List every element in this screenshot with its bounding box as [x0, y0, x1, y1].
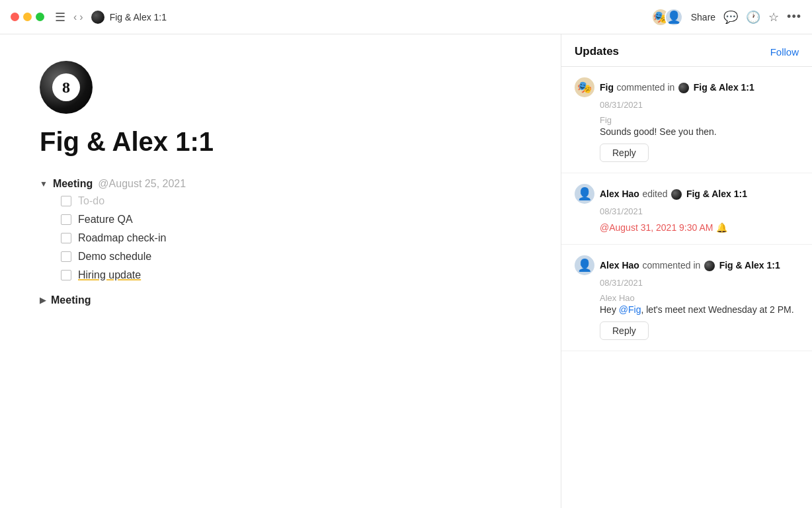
avatar-group: 🎭 👤 — [651, 8, 683, 26]
reply-button-1[interactable]: Reply — [600, 144, 649, 162]
titlebar: ☰ ‹ › Fig & Alex 1:1 🎭 👤 Share 💬 🕐 ☆ ••• — [0, 0, 812, 34]
update-page-2: Fig & Alex 1:1 — [686, 189, 747, 199]
update-info-2: Alex Hao edited Fig & Alex 1:1 — [600, 188, 799, 200]
update-body-1: Fig Sounds good! See you then. Reply — [600, 115, 799, 162]
meeting-section-1: ▼ Meeting @August 25, 2021 To-do Feature… — [40, 178, 521, 281]
checkbox-roadmap[interactable] — [61, 233, 71, 243]
updates-list: 🎭 Fig commented in Fig & Alex 1:1 08/31/… — [561, 67, 812, 508]
updates-sidebar: Updates Follow 🎭 Fig commented in Fig & … — [561, 34, 812, 508]
update-meta-3: 👤 Alex Hao commented in Fig & Alex 1:1 — [575, 255, 799, 275]
document-content: 8 Fig & Alex 1:1 ▼ Meeting @August 25, 2… — [0, 34, 561, 508]
star-icon[interactable]: ☆ — [768, 10, 779, 24]
comment-icon[interactable]: 💬 — [723, 10, 738, 24]
nav-arrows: ‹ › — [73, 11, 83, 23]
list-item: To-do — [61, 195, 521, 207]
item-label-demo: Demo schedule — [78, 251, 151, 263]
item-label-roadmap: Roadmap check-in — [78, 232, 166, 244]
update-action-3: commented in — [642, 260, 703, 271]
update-meta-1: 🎭 Fig commented in Fig & Alex 1:1 — [575, 77, 799, 97]
checklist: To-do Feature QA Roadmap check-in Demo s… — [40, 195, 521, 281]
list-item: Demo schedule — [61, 251, 521, 263]
update-info-1: Fig commented in Fig & Alex 1:1 — [600, 81, 799, 93]
update-action-1: commented in — [616, 82, 677, 93]
page-ball-icon-1 — [678, 83, 689, 93]
update-body-2: @August 31, 2021 9:30 AM 🔔 — [600, 222, 799, 233]
update-item-3: 👤 Alex Hao commented in Fig & Alex 1:1 0… — [561, 245, 812, 351]
eight-ball-icon: 8 — [40, 61, 93, 114]
minimize-button[interactable] — [23, 13, 32, 21]
meeting-section-2[interactable]: ▶ Meeting — [40, 294, 521, 306]
follow-button[interactable]: Follow — [770, 46, 799, 58]
page-breadcrumb: Fig & Alex 1:1 — [91, 11, 167, 24]
titlebar-actions: 🎭 👤 Share 💬 🕐 ☆ ••• — [651, 8, 801, 26]
checkbox-featureqa[interactable] — [61, 214, 71, 225]
list-item: Roadmap check-in — [61, 232, 521, 244]
maximize-button[interactable] — [36, 13, 44, 21]
checkbox-demo[interactable] — [61, 251, 71, 262]
share-button[interactable]: Share — [691, 12, 715, 22]
avatar-alex-update-2: 👤 — [575, 255, 594, 275]
list-item: Hiring update — [61, 269, 521, 281]
update-text-3: Hey @Fig, let's meet next Wednesday at 2… — [600, 304, 799, 315]
collapse-icon[interactable]: ▼ — [40, 179, 48, 189]
update-page-3: Fig & Alex 1:1 — [719, 260, 780, 271]
update-item-1: 🎭 Fig commented in Fig & Alex 1:1 08/31/… — [561, 67, 812, 173]
page-ball-icon-3 — [704, 261, 715, 271]
item-label-todo: To-do — [78, 195, 104, 207]
meeting-label-2: Meeting — [51, 294, 91, 306]
item-label-featureqa: Feature QA — [78, 214, 133, 226]
update-user-1: Fig — [600, 82, 614, 93]
avatar-alex-update-1: 👤 — [575, 184, 594, 204]
sidebar-header: Updates Follow — [561, 34, 812, 67]
forward-arrow-icon[interactable]: › — [79, 11, 83, 23]
avatar-fig-update: 🎭 — [575, 77, 594, 97]
checkbox-hiring[interactable] — [61, 270, 71, 280]
update-body-3: Alex Hao Hey @Fig, let's meet next Wedne… — [600, 293, 799, 340]
meeting-header-1[interactable]: ▼ Meeting @August 25, 2021 — [40, 178, 521, 190]
update-page-1: Fig & Alex 1:1 — [694, 82, 754, 93]
back-arrow-icon[interactable]: ‹ — [73, 11, 77, 23]
outline: ▼ Meeting @August 25, 2021 To-do Feature… — [40, 178, 521, 306]
traffic-lights — [11, 13, 44, 21]
update-meta-2: 👤 Alex Hao edited Fig & Alex 1:1 — [575, 184, 799, 204]
update-user-2: Alex Hao — [600, 189, 639, 199]
reply-button-3[interactable]: Reply — [600, 321, 649, 340]
page-title: Fig & Alex 1:1 — [40, 127, 521, 157]
avatar-alex[interactable]: 👤 — [665, 8, 683, 26]
meeting-label-1: Meeting — [53, 178, 93, 190]
update-text-1: Sounds good! See you then. — [600, 126, 799, 137]
expand-icon[interactable]: ▶ — [40, 296, 46, 305]
page-ball-icon — [91, 11, 104, 24]
update-author-1: Fig — [600, 115, 799, 125]
close-button[interactable] — [11, 13, 19, 21]
menu-icon[interactable]: ☰ — [55, 10, 65, 24]
sidebar-title: Updates — [575, 45, 619, 58]
update-item-2: 👤 Alex Hao edited Fig & Alex 1:1 08/31/2… — [561, 173, 812, 245]
alarm-icon: 🔔 — [716, 222, 727, 233]
update-action-2: edited — [642, 189, 670, 199]
more-options-icon[interactable]: ••• — [787, 10, 801, 24]
checkbox-todo[interactable] — [61, 196, 71, 206]
page-title-bar: Fig & Alex 1:1 — [110, 12, 167, 22]
update-date-1: 08/31/2021 — [600, 100, 799, 110]
update-user-3: Alex Hao — [600, 260, 639, 271]
main-layout: 8 Fig & Alex 1:1 ▼ Meeting @August 25, 2… — [0, 34, 812, 508]
history-icon[interactable]: 🕐 — [746, 10, 760, 24]
ball-number: 8 — [52, 73, 80, 101]
meeting-date-1: @August 25, 2021 — [98, 178, 186, 190]
update-author-3: Alex Hao — [600, 293, 799, 303]
page-icon: 8 — [40, 61, 521, 114]
update-date-2: 08/31/2021 — [600, 206, 799, 216]
update-date-3: 08/31/2021 — [600, 278, 799, 288]
page-ball-icon-2 — [671, 189, 682, 200]
list-item: Feature QA — [61, 214, 521, 226]
mention-date: @August 31, 2021 9:30 AM — [600, 222, 713, 233]
update-info-3: Alex Hao commented in Fig & Alex 1:1 — [600, 259, 799, 271]
item-label-hiring: Hiring update — [78, 269, 141, 281]
